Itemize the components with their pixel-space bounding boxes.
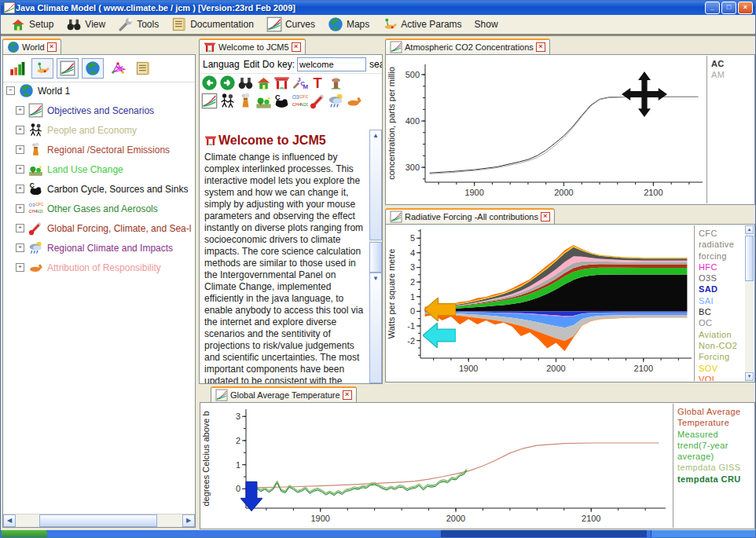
nav-forward-icon[interactable] — [219, 75, 236, 91]
nav-climate-icon[interactable] — [328, 93, 344, 109]
nav-t-letter-icon[interactable]: T — [310, 75, 326, 91]
tree-item-people-and-economy[interactable]: +People and Economy — [6, 120, 195, 140]
nav-people-icon[interactable] — [219, 93, 236, 109]
gases-icon: O3CFCCH4N2O — [292, 93, 308, 109]
close-icon[interactable]: × — [536, 42, 545, 52]
menu-item-curves[interactable]: Curves — [262, 15, 320, 34]
temperature-chart[interactable]: 1900200021000123degrees Celcius above b — [200, 403, 672, 527]
tab-forcing-chart[interactable]: Radiative Forcing -All contributions × — [385, 208, 555, 224]
scroll-down-icon[interactable]: ▼ — [369, 273, 382, 383]
factory-icon — [28, 142, 43, 157]
expand-toggle[interactable]: + — [16, 165, 24, 174]
titlebar[interactable]: Java Climate Model ( www.climate.be / jc… — [1, 1, 755, 15]
welcome-vscrollbar[interactable]: ▲ ▼ — [369, 130, 382, 383]
menu-item-documentation[interactable]: Documentation — [167, 15, 259, 34]
scroll-down-icon[interactable]: ▼ — [745, 372, 754, 381]
forcing-chart-body[interactable]: 190020002100-2-1012345Watts per square m… — [385, 224, 755, 382]
menu-item-maps[interactable]: Maps — [323, 15, 374, 34]
scroll-right-icon[interactable]: ▶ — [182, 514, 195, 527]
svg-text:N2O: N2O — [36, 209, 43, 214]
nav-gases-icon[interactable]: O3CFCCH4N2O — [292, 93, 308, 109]
menu-item-view[interactable]: View — [61, 15, 110, 34]
nav-stump-icon[interactable] — [328, 75, 344, 91]
curves-icon — [60, 60, 75, 76]
expand-toggle[interactable]: + — [16, 243, 24, 252]
window-title: Java Climate Model ( www.climate.be / jc… — [16, 3, 705, 13]
tree-item-global-forcing-climate-and-sea-l[interactable]: +Global Forcing, Climate, and Sea-l — [6, 218, 195, 238]
search-button[interactable]: search — [369, 59, 382, 70]
tab-welcome[interactable]: Welcome to JCM5 × — [199, 38, 306, 54]
tree-item-other-gases-and-aerosols[interactable]: +O3CFCCH4N2OOther Gases and Aerosols — [6, 199, 195, 218]
nav-landuse-icon[interactable] — [255, 93, 272, 109]
close-icon[interactable]: × — [47, 42, 57, 52]
tab-world[interactable]: World × — [2, 38, 61, 54]
expand-toggle[interactable]: + — [16, 224, 24, 232]
scroll-up-icon[interactable]: ▲ — [369, 130, 382, 240]
nav-jcm-icon[interactable]: JCM — [292, 75, 308, 91]
toolbar-curves-icon[interactable] — [57, 58, 79, 79]
toolbar-globe-icon[interactable] — [82, 58, 104, 79]
expand-toggle[interactable]: + — [16, 185, 24, 193]
nav-thermometer-icon[interactable] — [310, 93, 326, 109]
menu-item-active-params[interactable]: Active Params — [377, 15, 466, 34]
nav-factory-icon[interactable] — [237, 93, 254, 109]
doc-key-input[interactable] — [297, 57, 366, 71]
tree-root-world[interactable]: −World 1 — [6, 81, 195, 101]
menu-item-setup[interactable]: Setup — [6, 15, 58, 34]
expand-toggle[interactable]: + — [16, 263, 24, 272]
scroll-left-icon[interactable]: ◀ — [3, 514, 16, 527]
tree-item-regional-climate-and-impacts[interactable]: +Regional Climate and Impacts — [6, 238, 195, 258]
tree-item-objectives-and-scenarios[interactable]: +Objectives and Scenarios — [6, 101, 195, 120]
forcing-chart[interactable]: 190020002100-2-1012345Watts per square m… — [386, 225, 693, 380]
expand-toggle[interactable]: + — [16, 126, 24, 134]
nav-carbon-icon[interactable]: C — [273, 93, 290, 109]
jcm-icon: JCM — [292, 75, 308, 91]
menu-item-show[interactable]: Show — [470, 17, 503, 31]
co2-chart-body[interactable]: 190020002100300400500concentration, part… — [385, 54, 755, 205]
tab-temperature-chart[interactable]: Global Average Temperature × — [211, 386, 357, 402]
expand-toggle[interactable]: + — [16, 145, 24, 154]
expand-toggle[interactable]: − — [6, 86, 15, 95]
tree-item-carbon-cycle-sources-and-sinks[interactable]: +CCarbon Cycle, Sources and Sinks — [6, 179, 195, 199]
close-icon[interactable]: × — [541, 212, 550, 221]
expand-toggle[interactable]: + — [16, 204, 24, 213]
close-button[interactable]: × — [738, 2, 753, 14]
nav-hand-icon[interactable] — [346, 93, 362, 109]
legend-vscrollbar[interactable]: ▲ ▼ — [745, 225, 754, 381]
temperature-chart-body[interactable]: 1900200021000123degrees Celcius above b … — [200, 402, 755, 529]
toolbar-scroll-icon[interactable] — [132, 58, 154, 79]
nav-arch-icon[interactable] — [273, 75, 290, 91]
scroll-up-icon[interactable]: ▲ — [745, 225, 754, 234]
nav-house-icon[interactable] — [255, 75, 272, 91]
close-icon[interactable]: × — [343, 390, 352, 400]
close-icon[interactable]: × — [292, 42, 301, 52]
toolbar-hand-pin-icon[interactable] — [31, 58, 53, 79]
tree-item-attribution-of-responsibility[interactable]: +Attribution of Responsibility — [6, 258, 195, 277]
tree-item-land-use-change[interactable]: +Land Use Change — [6, 159, 195, 179]
minimize-button[interactable]: _ — [705, 2, 720, 14]
toolbar-network-icon[interactable] — [107, 58, 129, 79]
co2-chart[interactable]: 190020002100300400500concentration, part… — [386, 55, 706, 203]
nav-curves-icon[interactable] — [201, 93, 218, 109]
taskbar[interactable] — [1, 530, 755, 537]
tree-hscrollbar[interactable]: ◀ ▶ — [3, 514, 195, 527]
edit-doc-menu[interactable]: Edit Do — [243, 59, 275, 70]
scroll-thumb[interactable] — [369, 242, 382, 273]
start-button[interactable] — [2, 530, 47, 537]
svg-text:2100: 2100 — [634, 364, 653, 373]
maximize-button[interactable]: □ — [721, 2, 736, 14]
scroll-thumb[interactable] — [39, 514, 157, 527]
nav-back-icon[interactable] — [201, 75, 218, 91]
menu-item-tools[interactable]: Tools — [113, 15, 163, 34]
tree-item-label: World 1 — [38, 86, 70, 97]
scroll-thumb[interactable] — [745, 236, 754, 281]
toolbar-barchart-icon[interactable] — [6, 58, 28, 79]
nav-binoculars-icon[interactable] — [237, 75, 254, 91]
tab-co2-chart[interactable]: Atmospheric CO2 Concentrations × — [385, 38, 550, 54]
taskbar-task-button[interactable] — [441, 530, 647, 537]
world-panel: World × −World 1+Objectives and Scenario… — [2, 38, 196, 528]
language-menu[interactable]: Languag — [202, 59, 240, 70]
expand-toggle[interactable]: + — [16, 106, 24, 115]
tree-item-regional-sectoral-emissions[interactable]: +Regional /Sectoral Emissions — [6, 140, 195, 159]
tab-world-label: World — [22, 42, 45, 52]
